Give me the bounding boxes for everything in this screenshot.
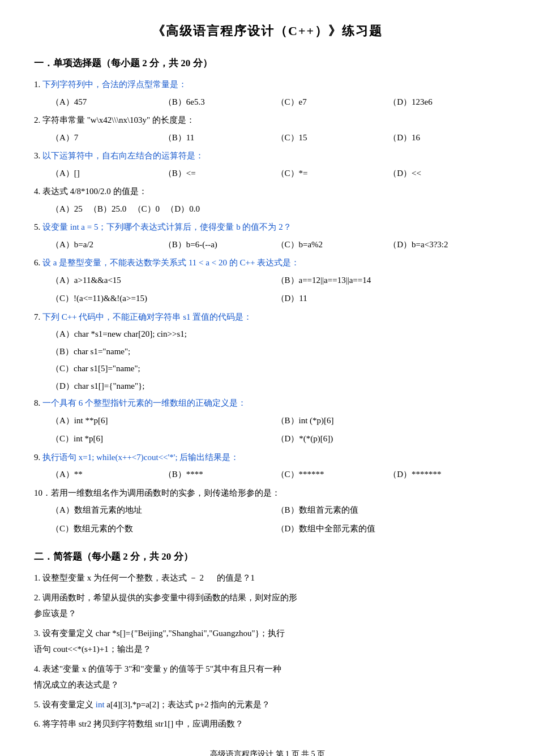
- q7-optD: （D）char s1[]={"name"};: [51, 378, 501, 394]
- q2-options: （A）7 （B）11 （C）15 （D）16: [51, 130, 501, 146]
- question-3: 3. 以下运算符中，自右向左结合的运算符是：: [34, 148, 501, 164]
- section1-title: 一．单项选择题（每小题 2 分，共 20 分）: [34, 57, 501, 70]
- q3-options: （A）[] （B）<= （C）*= （D）<<: [51, 165, 501, 182]
- q1-options: （A）457 （B）6e5.3 （C）e7 （D）123e6: [51, 94, 501, 110]
- q10-options-row1: （A）数组首元素的地址 （B）数组首元素的值: [51, 502, 501, 518]
- question-2: 2. 字符串常量 "w\x42\\\nx\103y" 的长度是：: [34, 112, 501, 128]
- footer: 高级语言程序设计 第 1 页 共 5 页: [34, 749, 501, 757]
- question-4: 4. 表达式 4/8*100/2.0 的值是：: [34, 183, 501, 200]
- q4-options: （A）25 （B）25.0 （C）0 （D）0.0: [51, 201, 501, 217]
- q5-options: （A）b=a/2 （B）b=6-(--a) （C）b=a%2 （D）b=a<3?…: [51, 237, 501, 253]
- sa-q1: 1. 设整型变量 x 为任何一个整数，表达式 － 2 的值是？1: [34, 570, 501, 586]
- sa-q3: 3. 设有变量定义 char *s[]={"Beijing","Shanghai…: [34, 625, 501, 658]
- question-8: 8. 一个具有 6 个整型指针元素的一维数组的正确定义是：: [34, 395, 501, 411]
- q10-options-row2: （C）数组元素的个数 （D）数组中全部元素的值: [51, 521, 501, 537]
- section2-title: 二．简答题（每小题 2 分，共 20 分）: [34, 550, 501, 563]
- q8-options-row2: （C）int *p[6] （D）*(*(p)[6]): [51, 431, 501, 447]
- q6-options-row1: （A）a>11&&a<15 （B）a==12||a==13||a==14: [51, 272, 501, 289]
- question-5: 5. 设变量 int a = 5；下列哪个表达式计算后，使得变量 b 的值不为 …: [34, 219, 501, 235]
- q6-options-row2: （C）!(a<=11)&&!(a>=15) （D）11: [51, 290, 501, 307]
- sa-q4: 4. 表述"变量 x 的值等于 3"和"变量 y 的值等于 5"其中有且只有一种…: [34, 661, 501, 693]
- question-9: 9. 执行语句 x=1; while(x++<7)cout<<'*'; 后输出结…: [34, 449, 501, 466]
- q9-options: （A）** （B）**** （C）****** （D）*******: [51, 466, 501, 483]
- question-1: 1. 下列字符列中，合法的浮点型常量是：: [34, 76, 501, 93]
- q7-optC: （C）char s1[5]="name";: [51, 360, 501, 377]
- sa-q6: 6. 将字符串 str2 拷贝到字符数组 str1[] 中，应调用函数？: [34, 716, 501, 732]
- q7-optB: （B）char s1="name";: [51, 343, 501, 360]
- question-10: 10．若用一维数组名作为调用函数时的实参，则传递给形参的是：: [34, 485, 501, 501]
- sa-q2: 2. 调用函数时，希望从提供的实参变量中得到函数的结果，则对应的形参应该是？: [34, 590, 501, 622]
- q8-options-row1: （A）int **p[6] （B）int (*p)[6]: [51, 413, 501, 429]
- question-7: 7. 下列 C++ 代码中，不能正确对字符串 s1 置值的代码是：: [34, 309, 501, 325]
- q7-optA: （A）char *s1=new char[20]; cin>>s1;: [51, 326, 501, 342]
- question-6: 6. 设 a 是整型变量，不能表达数学关系式 11 < a < 20 的 C++…: [34, 255, 501, 271]
- sa-q5: 5. 设有变量定义 int a[4][3],*p=a[2]；表达式 p+2 指向…: [34, 697, 501, 713]
- page-title: 《高级语言程序设计（C++）》练习题: [34, 23, 501, 40]
